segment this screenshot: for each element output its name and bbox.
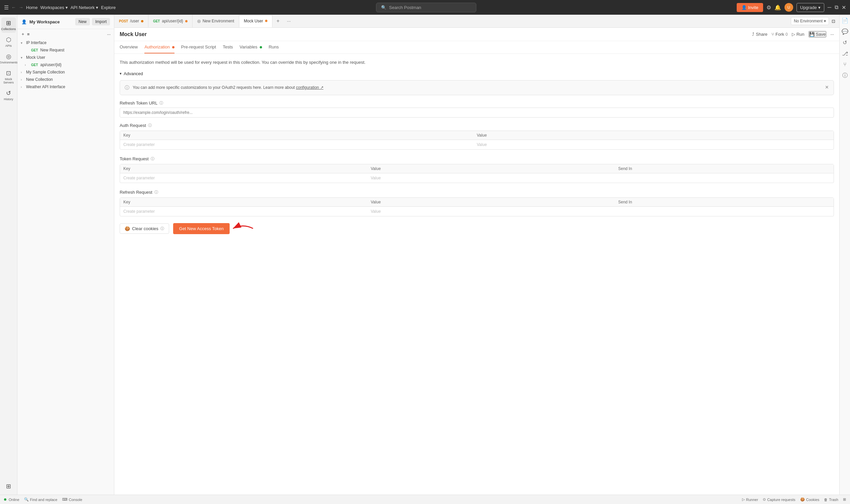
- workspaces-button[interactable]: Workspaces ▾: [40, 5, 68, 10]
- workspace-info: 👤 My Workspace: [21, 19, 60, 24]
- right-comment-icon[interactable]: 💬: [842, 29, 848, 35]
- tab-more-button[interactable]: ···: [283, 18, 294, 24]
- top-bar-right: 👤 Invite ⚙ 🔔 U Upgrade ▾ ─ ⧉ ✕: [737, 3, 846, 12]
- save-icon: 💾: [809, 32, 815, 37]
- sub-tab-overview[interactable]: Overview: [120, 41, 138, 53]
- tree-item-api-user-id[interactable]: › GET api/user/{id}: [21, 61, 114, 69]
- tree-group-ip-interface[interactable]: ▾ IP Interface: [17, 39, 114, 47]
- console-button[interactable]: ⌨ Console: [62, 497, 82, 502]
- sidebar-item-marketplace[interactable]: ⊞: [1, 481, 16, 492]
- sub-tab-authorization[interactable]: Authorization: [144, 41, 174, 53]
- sub-tab-tests[interactable]: Tests: [223, 41, 233, 53]
- explore-link[interactable]: Explore: [101, 5, 116, 10]
- tree-group-mock-user[interactable]: ▾ Mock User: [17, 54, 114, 61]
- refresh-url-info-icon[interactable]: ⓘ: [159, 101, 163, 106]
- tab-mock-user[interactable]: Mock User: [239, 15, 273, 28]
- status-left: Online 🔍 Find and replace ⌨ Console: [4, 497, 82, 502]
- auth-request-info-icon[interactable]: ⓘ: [148, 123, 152, 128]
- clear-cookies-info-icon[interactable]: ⓘ: [160, 226, 164, 231]
- right-info-icon[interactable]: ⓘ: [842, 72, 848, 79]
- forward-arrow[interactable]: →: [19, 5, 23, 10]
- refresh-request-header: Key Value Send In: [120, 198, 834, 207]
- bootcamp-button[interactable]: ⊞: [843, 497, 846, 502]
- tree-item-new-request[interactable]: GET New Request: [21, 47, 114, 54]
- new-button[interactable]: New: [75, 18, 90, 25]
- info-text: You can add more specific customizations…: [133, 85, 324, 91]
- sub-tab-pre-request[interactable]: Pre-request Script: [181, 41, 216, 53]
- refresh-request-info-icon[interactable]: ⓘ: [154, 190, 158, 195]
- clear-cookies-button[interactable]: 🍪 Clear cookies ⓘ: [120, 223, 169, 234]
- sidebar-item-collections[interactable]: ⊞ Collections: [1, 17, 16, 33]
- token-request-section: Token Request ⓘ Key Value Send In Create…: [120, 156, 834, 183]
- request-more-icon[interactable]: ···: [830, 32, 834, 37]
- notification-icon[interactable]: 🔔: [775, 4, 781, 11]
- invite-button[interactable]: 👤 Invite: [737, 3, 763, 12]
- refresh-token-url-input[interactable]: [120, 108, 834, 118]
- add-collection-icon[interactable]: ＋: [21, 31, 25, 37]
- fork-button[interactable]: ⑂ Fork 0: [771, 32, 788, 37]
- maximize-icon[interactable]: ⧉: [835, 4, 838, 10]
- tab-dot: [141, 20, 143, 22]
- import-button[interactable]: Import: [92, 18, 110, 25]
- home-link[interactable]: Home: [26, 5, 38, 10]
- tree-group-new-collection[interactable]: › New Collection: [17, 76, 114, 83]
- cookies-button[interactable]: 🍪 Cookies: [800, 497, 820, 502]
- token-request-title: Token Request ⓘ: [120, 156, 834, 161]
- trash-button[interactable]: 🗑 Trash: [824, 498, 838, 502]
- env-icon: ◎: [197, 19, 201, 23]
- right-fork-icon[interactable]: ⑂: [843, 61, 847, 68]
- environment-selector[interactable]: No Environment ▾: [791, 17, 829, 25]
- capture-icon: ⊙: [763, 497, 766, 502]
- hamburger-icon[interactable]: ☰: [4, 4, 9, 11]
- sub-tab-variables[interactable]: Variables: [240, 41, 262, 53]
- tab-get-api-user-id[interactable]: GET api/user/{id}: [149, 15, 192, 28]
- find-replace-button[interactable]: 🔍 Find and replace: [24, 497, 57, 502]
- get-new-access-token-button[interactable]: Get New Access Token: [173, 223, 230, 234]
- token-request-table: Key Value Send In Create parameter Value: [120, 164, 834, 183]
- run-icon: ▷: [792, 32, 795, 37]
- capture-requests-button[interactable]: ⊙ Capture requests: [763, 497, 795, 502]
- api-network-button[interactable]: API Network ▾: [71, 5, 98, 10]
- runner-button[interactable]: ▷ Runner: [742, 497, 758, 502]
- run-button[interactable]: ▷ Run: [792, 32, 804, 37]
- sidebar-item-environments[interactable]: ◎ Environments: [1, 51, 16, 66]
- share-button[interactable]: ⤴ Share: [752, 32, 767, 37]
- right-doc-icon[interactable]: 📄: [842, 17, 848, 24]
- environments-icon: ◎: [6, 53, 11, 60]
- environment-options-icon[interactable]: ⊡: [832, 19, 835, 24]
- banner-close-button[interactable]: ✕: [825, 85, 829, 90]
- sidebar-item-apis[interactable]: ⬡ APIs: [1, 34, 16, 50]
- chevron-right-icon: ›: [21, 71, 25, 74]
- right-history-icon[interactable]: ↺: [843, 39, 847, 46]
- configuration-link[interactable]: configuration ↗: [296, 85, 324, 90]
- online-status[interactable]: Online: [4, 498, 19, 502]
- minimize-icon[interactable]: ─: [828, 4, 831, 10]
- refresh-request-title: Refresh Request ⓘ: [120, 190, 834, 195]
- auth-request-row: Create parameter Value: [120, 140, 834, 149]
- right-diff-icon[interactable]: ⎇: [842, 50, 848, 57]
- tree-group-my-sample[interactable]: › My Sample Collection: [17, 69, 114, 76]
- avatar[interactable]: U: [784, 3, 793, 12]
- advanced-toggle[interactable]: ▾ Advanced: [120, 71, 834, 76]
- close-icon[interactable]: ✕: [842, 4, 846, 11]
- sidebar-item-mock-servers[interactable]: ⊡ Mock Servers: [1, 68, 16, 86]
- search-icon: 🔍: [381, 5, 386, 10]
- filter-icon[interactable]: ≡: [27, 32, 30, 37]
- search-bar[interactable]: 🔍 Search Postman: [376, 3, 476, 12]
- refresh-token-url-label: Refresh Token URL ⓘ: [120, 101, 834, 106]
- more-options-icon[interactable]: ···: [107, 32, 111, 37]
- token-request-info-icon[interactable]: ⓘ: [151, 156, 154, 161]
- auth-dot: [172, 46, 174, 49]
- get-token-wrapper: Get New Access Token: [173, 223, 230, 234]
- sidebar-item-history[interactable]: ↺ History: [1, 88, 16, 103]
- tab-post-user[interactable]: POST /user: [114, 15, 149, 28]
- tab-add-button[interactable]: +: [273, 18, 283, 24]
- sub-tab-runs[interactable]: Runs: [269, 41, 279, 53]
- settings-icon[interactable]: ⚙: [766, 4, 771, 11]
- upgrade-button[interactable]: Upgrade ▾: [797, 3, 824, 12]
- save-button[interactable]: 💾 Save: [809, 31, 827, 37]
- tab-new-environment[interactable]: ◎ New Environment: [192, 15, 239, 28]
- tree-group-weather-api[interactable]: › Weather API Interface: [17, 83, 114, 91]
- back-arrow[interactable]: ←: [11, 5, 16, 10]
- auth-request-header: Key Value: [120, 131, 834, 140]
